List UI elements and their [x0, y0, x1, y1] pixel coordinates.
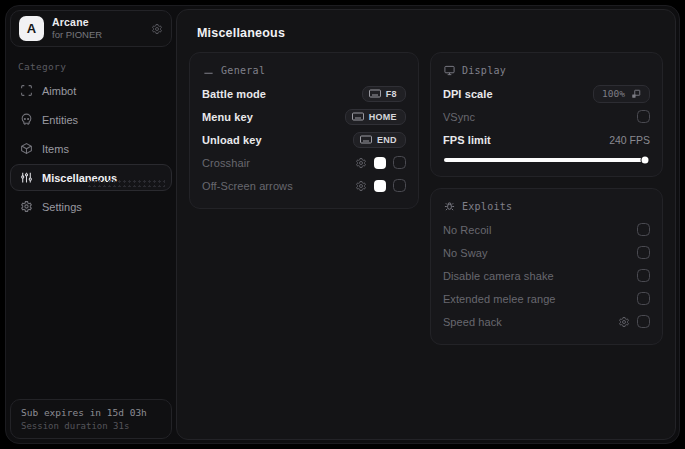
setting-label: DPI scale — [443, 88, 593, 100]
subscription-info-box: Sub expires in 15d 03h Session duration … — [10, 399, 172, 439]
setting-label: Unload key — [202, 134, 353, 146]
sidebar-item-miscellaneous[interactable]: Miscellaneous — [10, 164, 172, 191]
sidebar-item-entities[interactable]: Entities — [10, 106, 172, 133]
category-label: Category — [18, 61, 172, 72]
keybind-value: HOME — [369, 112, 397, 122]
setting-label: Crosshair — [202, 157, 355, 169]
grid-icon — [203, 65, 214, 76]
sidebar-item-label: Settings — [42, 201, 82, 213]
crosshair-config-gear-icon[interactable] — [355, 157, 367, 169]
card-general: General Battle mode F8 Menu key — [189, 52, 419, 209]
crosshair-checkbox[interactable] — [393, 156, 406, 169]
speed-hack-checkbox[interactable] — [637, 315, 650, 328]
fps-limit-slider[interactable] — [444, 158, 649, 162]
setting-row-menu-key: Menu key HOME — [202, 105, 406, 128]
slider-knob[interactable] — [641, 157, 648, 164]
bug-icon — [444, 201, 455, 212]
setting-row-no-recoil: No Recoil — [443, 218, 650, 241]
setting-row-crosshair: Crosshair — [202, 151, 406, 174]
sub-expires-text: Sub expires in 15d 03h — [21, 407, 161, 418]
card-title: General — [221, 65, 265, 76]
setting-label: Speed hack — [443, 316, 618, 328]
card-exploits: Exploits No Recoil No Sway Disable camer… — [430, 188, 663, 345]
sidebar-item-items[interactable]: Items — [10, 135, 172, 162]
no-recoil-checkbox[interactable] — [637, 223, 650, 236]
keyboard-icon — [369, 89, 381, 98]
setting-label: No Sway — [443, 247, 637, 259]
speed-hack-config-gear-icon[interactable] — [618, 316, 630, 328]
keyboard-icon — [360, 135, 372, 144]
setting-row-fps-limit: FPS limit 240 FPS — [443, 128, 650, 151]
card-title: Exploits — [462, 201, 513, 212]
setting-row-dpi-scale: DPI scale 100% — [443, 82, 650, 105]
monitor-icon — [444, 65, 455, 76]
keybind-button-unload-key[interactable]: END — [353, 132, 406, 148]
fps-limit-value: 240 FPS — [609, 134, 650, 146]
offscreen-arrows-checkbox[interactable] — [393, 179, 406, 192]
app-window: A Arcane for PIONER Category Aimbot Enti… — [5, 5, 680, 444]
scale-icon — [631, 89, 641, 99]
keyboard-icon — [352, 112, 364, 121]
setting-label: Off-Screen arrows — [202, 180, 355, 192]
slider-fill — [444, 158, 645, 162]
sidebar-item-settings[interactable]: Settings — [10, 193, 172, 220]
setting-row-battle-mode: Battle mode F8 — [202, 82, 406, 105]
setting-row-extended-melee-range: Extended melee range — [443, 287, 650, 310]
sidebar-item-label: Items — [42, 143, 69, 155]
scan-icon — [20, 84, 33, 97]
setting-label: Menu key — [202, 111, 345, 123]
brand-box: A Arcane for PIONER — [10, 10, 172, 47]
crosshair-color-swatch[interactable] — [374, 157, 386, 169]
logo-letter: A — [27, 21, 36, 36]
keybind-value: F8 — [386, 89, 397, 99]
package-icon — [20, 142, 33, 155]
keybind-button-battle-mode[interactable]: F8 — [362, 86, 406, 102]
page-title: Miscellaneous — [197, 26, 663, 40]
card-display: Display DPI scale 100% VSync — [430, 52, 663, 177]
no-sway-checkbox[interactable] — [637, 246, 650, 259]
setting-row-offscreen-arrows: Off-Screen arrows — [202, 174, 406, 197]
setting-label: Extended melee range — [443, 293, 637, 305]
brand-settings-icon[interactable] — [151, 23, 163, 35]
sidebar-item-label: Entities — [42, 114, 78, 126]
setting-row-vsync: VSync — [443, 105, 650, 128]
dpi-scale-select[interactable]: 100% — [593, 85, 650, 103]
setting-row-no-sway: No Sway — [443, 241, 650, 264]
offscreen-arrows-color-swatch[interactable] — [374, 180, 386, 192]
sidebar-item-label: Aimbot — [42, 85, 76, 97]
setting-label: Disable camera shake — [443, 270, 637, 282]
card-title: Display — [462, 65, 506, 76]
setting-row-disable-camera-shake: Disable camera shake — [443, 264, 650, 287]
sidebar: A Arcane for PIONER Category Aimbot Enti… — [6, 6, 176, 443]
extended-melee-range-checkbox[interactable] — [637, 292, 650, 305]
keybind-value: END — [377, 135, 397, 145]
vsync-checkbox[interactable] — [637, 110, 650, 123]
setting-label: No Recoil — [443, 224, 637, 236]
gear-icon — [20, 200, 33, 213]
setting-label: Battle mode — [202, 88, 362, 100]
setting-label: VSync — [443, 111, 637, 123]
app-subtitle: for PIONER — [52, 29, 143, 41]
setting-row-unload-key: Unload key END — [202, 128, 406, 151]
sliders-icon — [20, 171, 33, 184]
disable-camera-shake-checkbox[interactable] — [637, 269, 650, 282]
session-duration-text: Session duration 31s — [21, 421, 161, 431]
sidebar-item-aimbot[interactable]: Aimbot — [10, 77, 172, 104]
app-logo: A — [19, 16, 44, 41]
setting-row-speed-hack: Speed hack — [443, 310, 650, 333]
active-item-texture — [87, 179, 165, 187]
offscreen-arrows-config-gear-icon[interactable] — [355, 180, 367, 192]
skull-icon — [20, 113, 33, 126]
main-panel: Miscellaneous General Battle mode — [176, 9, 676, 440]
setting-label: FPS limit — [443, 134, 609, 146]
app-name: Arcane — [52, 16, 143, 29]
keybind-button-menu-key[interactable]: HOME — [345, 109, 406, 125]
dpi-scale-value: 100% — [602, 88, 625, 99]
